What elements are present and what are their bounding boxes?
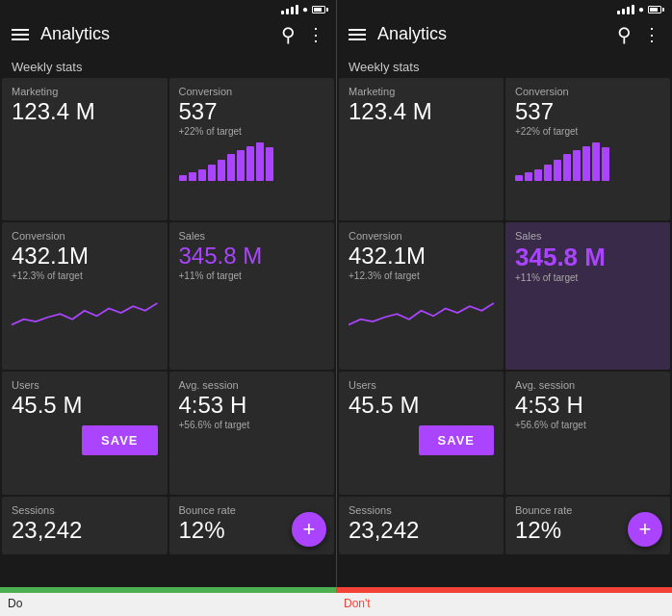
- sessions-value-dont: 23,242: [349, 518, 494, 543]
- avg-session-label-dont: Avg. session: [515, 379, 660, 391]
- bar-dont-9: [592, 142, 600, 181]
- section-title-dont: Weekly stats: [337, 52, 672, 78]
- conversion-line-chart-dont: [349, 287, 494, 330]
- users-value: 45.5 M: [12, 393, 158, 418]
- sales-value-dont: 345.8 M: [515, 244, 660, 271]
- sales-subtitle-dont: +11% of target: [515, 272, 660, 283]
- conversion-top-subtitle: +22% of target: [179, 126, 325, 137]
- conversion-top-subtitle-dont: +22% of target: [515, 126, 660, 137]
- conversion-top-value: 537: [179, 99, 325, 124]
- marketing-label-dont: Marketing: [349, 86, 494, 97]
- status-bar-do: ●: [0, 0, 336, 16]
- conversion-top-card-dont: Conversion 537 +22% of target: [505, 78, 670, 220]
- save-button-dont[interactable]: SAVE: [419, 425, 494, 455]
- avg-session-subtitle-dont: +56.6% of target: [515, 420, 660, 430]
- bar-10: [266, 147, 273, 181]
- bar-dont-1: [515, 175, 523, 181]
- sales-card-dont: Sales 345.8 M +11% of target: [505, 222, 670, 370]
- bar-4: [208, 165, 216, 182]
- conversion-top-card: Conversion 537 +22% of target: [169, 78, 335, 220]
- menu-button-do[interactable]: [12, 29, 29, 40]
- conversion-top-label-dont: Conversion: [515, 86, 660, 97]
- signal-icon-dont: [617, 5, 634, 14]
- conversion-bar-chart: [179, 142, 325, 181]
- signal-icon: [281, 5, 298, 14]
- avg-session-subtitle: +56.6% of target: [179, 420, 325, 430]
- bar-5: [218, 160, 225, 181]
- bar-6: [227, 154, 235, 181]
- sales-label-dont: Sales: [515, 230, 660, 242]
- do-bottom: Do: [0, 587, 336, 616]
- bar-dont-7: [573, 150, 581, 181]
- menu-button-dont[interactable]: [349, 29, 366, 40]
- users-label: Users: [12, 379, 158, 391]
- search-button-dont[interactable]: ⚲: [617, 25, 632, 44]
- marketing-card: Marketing 123.4 M: [2, 78, 168, 220]
- avg-session-value: 4:53 H: [179, 393, 325, 418]
- battery-icon: [312, 6, 328, 13]
- bar-dont-8: [582, 146, 590, 181]
- save-button-do[interactable]: SAVE: [82, 425, 157, 455]
- sessions-label-dont: Sessions: [349, 504, 494, 516]
- marketing-value: 123.4 M: [12, 99, 158, 124]
- conversion-main-value-dont: 432.1M: [349, 244, 494, 269]
- conversion-line-chart: [12, 287, 158, 330]
- bar-chart-dont: [515, 142, 660, 181]
- sessions-value: 23,242: [12, 518, 158, 543]
- conversion-main-card: Conversion 432.1M +12.3% of target: [2, 222, 168, 370]
- users-value-dont: 45.5 M: [349, 393, 494, 418]
- conversion-main-label-dont: Conversion: [349, 230, 494, 242]
- app-bar-dont: Analytics ⚲ ⋮: [337, 16, 672, 52]
- app-bar-do: Analytics ⚲ ⋮: [0, 16, 336, 52]
- marketing-card-dont: Marketing 123.4 M: [339, 78, 504, 220]
- sales-label: Sales: [179, 230, 325, 242]
- bounce-rate-card: Bounce rate 12% +: [169, 497, 335, 554]
- sessions-card-dont: Sessions 23,242: [339, 497, 504, 554]
- bar-8: [246, 146, 254, 181]
- fab-button-do[interactable]: +: [292, 512, 326, 547]
- users-card-dont: Users 45.5 M SAVE: [339, 372, 504, 495]
- wifi-icon-dont: ●: [638, 4, 644, 14]
- wifi-icon: ●: [302, 4, 308, 14]
- bar-dont-5: [554, 160, 561, 181]
- more-button-do[interactable]: ⋮: [307, 26, 324, 43]
- fab-button-dont[interactable]: +: [628, 512, 662, 547]
- users-card: Users 45.5 M SAVE: [2, 372, 168, 495]
- sales-subtitle: +11% of target: [179, 270, 325, 281]
- avg-session-card: Avg. session 4:53 H +56.6% of target: [169, 372, 335, 495]
- conversion-main-subtitle-dont: +12.3% of target: [349, 270, 494, 281]
- bar-9: [256, 142, 264, 181]
- avg-session-label: Avg. session: [179, 379, 325, 391]
- sales-value: 345.8 M: [179, 244, 325, 269]
- conversion-top-label: Conversion: [179, 86, 325, 97]
- bar-dont-3: [534, 169, 542, 182]
- dont-panel: ● Analytics ⚲ ⋮ Weekly stats Marketing 1…: [336, 0, 672, 587]
- more-button-dont[interactable]: ⋮: [643, 26, 660, 43]
- avg-session-card-dont: Avg. session 4:53 H +56.6% of target: [505, 372, 670, 495]
- sessions-label: Sessions: [12, 504, 158, 516]
- dont-bottom: Don't: [336, 587, 672, 616]
- conversion-main-label: Conversion: [12, 230, 158, 242]
- do-label: Do: [0, 593, 336, 616]
- avg-session-value-dont: 4:53 H: [515, 393, 660, 418]
- app-title-do: Analytics: [40, 24, 270, 44]
- users-label-dont: Users: [349, 379, 494, 391]
- bar-dont-10: [602, 147, 609, 181]
- bar-1: [179, 175, 187, 181]
- bar-dont-6: [563, 154, 571, 181]
- conversion-main-subtitle: +12.3% of target: [12, 270, 158, 281]
- conversion-main-value: 432.1M: [12, 244, 158, 269]
- do-panel: ● Analytics ⚲ ⋮ Weekly stats Marketing 1…: [0, 0, 336, 587]
- section-title-do: Weekly stats: [0, 52, 336, 78]
- stats-grid-do: Marketing 123.4 M Conversion 537 +22% of…: [0, 78, 336, 587]
- bottom-section: Do Don't: [0, 587, 672, 616]
- bar-dont-4: [544, 165, 552, 182]
- sales-card: Sales 345.8 M +11% of target: [169, 222, 335, 370]
- bar-2: [189, 172, 196, 182]
- bounce-rate-card-dont: Bounce rate 12% +: [505, 497, 670, 554]
- search-button-do[interactable]: ⚲: [281, 25, 296, 44]
- dont-label: Don't: [336, 593, 672, 616]
- app-title-dont: Analytics: [377, 24, 606, 44]
- status-bar-dont: ●: [337, 0, 672, 16]
- conversion-top-value-dont: 537: [515, 99, 660, 124]
